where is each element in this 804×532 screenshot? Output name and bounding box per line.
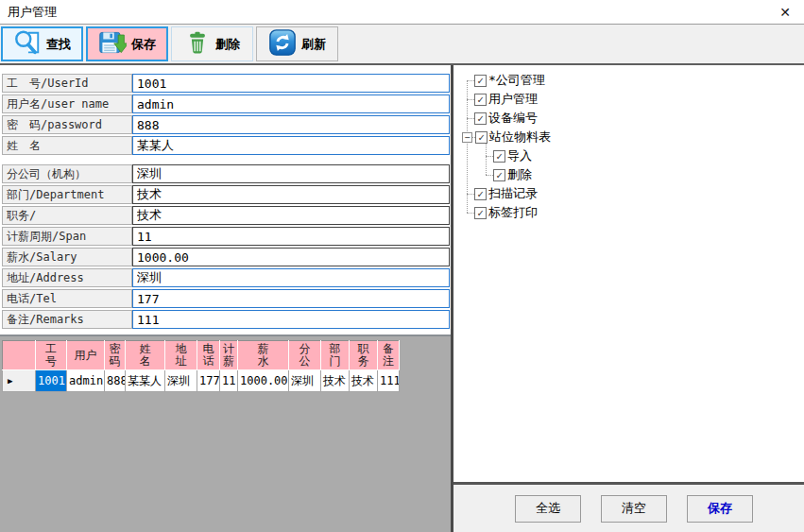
- row-selector-marker[interactable]: ▶: [3, 370, 36, 392]
- span-field[interactable]: [132, 227, 450, 246]
- tree-label-user-mgmt[interactable]: 用户管理: [488, 91, 538, 108]
- permission-tree: ✓ *公司管理 ✓ 用户管理 ✓ 设备编号 − ✓ 站位物料表: [453, 65, 804, 482]
- cell-password[interactable]: 888: [105, 370, 126, 392]
- footer-button-bar: 全选 清空 保存: [453, 482, 804, 532]
- right-panel: ✓ *公司管理 ✓ 用户管理 ✓ 设备编号 − ✓ 站位物料表: [453, 65, 804, 532]
- form-row-address: 地址/Address: [2, 268, 450, 287]
- data-grid-background: 工 号 用户 密 码 姓 名 地 址 电 话 计 薪 薪 水 分 公 部 门 职…: [0, 336, 451, 532]
- col-header-user[interactable]: 用户: [67, 341, 105, 370]
- address-field[interactable]: [132, 268, 450, 287]
- user-form: 工 号/UserId 用户名/user name 密 码/password 姓 …: [0, 65, 451, 336]
- tree-label-company-mgmt[interactable]: *公司管理: [488, 72, 545, 89]
- checkbox-company-mgmt[interactable]: ✓: [474, 75, 487, 87]
- col-header-address[interactable]: 地 址: [165, 341, 197, 370]
- checkbox-scan-record[interactable]: ✓: [474, 188, 487, 200]
- col-header-tel[interactable]: 电 话: [197, 341, 220, 370]
- checkbox-device-id[interactable]: ✓: [474, 112, 487, 125]
- salary-field[interactable]: [132, 248, 450, 266]
- cell-span[interactable]: 11: [220, 370, 238, 392]
- tree-item-delete: ✓ 删除: [459, 165, 804, 184]
- tree-label-device-id[interactable]: 设备编号: [488, 110, 538, 127]
- userid-field[interactable]: [132, 74, 450, 93]
- password-label: 密 码/password: [2, 115, 132, 134]
- main-area: 工 号/UserId 用户名/user name 密 码/password 姓 …: [0, 65, 804, 532]
- checkbox-label-print[interactable]: ✓: [474, 207, 487, 219]
- cell-department[interactable]: 技术: [321, 370, 350, 392]
- cell-branch[interactable]: 深圳: [289, 370, 321, 392]
- address-label: 地址/Address: [2, 268, 132, 287]
- col-header-department[interactable]: 部 门: [321, 341, 350, 370]
- position-field[interactable]: [132, 206, 450, 225]
- clear-button[interactable]: 清空: [601, 495, 667, 523]
- username-field[interactable]: [132, 94, 450, 113]
- form-row-tel: 电话/Tel: [2, 289, 450, 308]
- tree-label-delete[interactable]: 删除: [506, 166, 532, 183]
- password-field[interactable]: [132, 115, 450, 134]
- remarks-field[interactable]: [132, 310, 450, 329]
- form-row-password: 密 码/password: [2, 115, 450, 134]
- title-bar: 用户管理 ✕: [0, 0, 804, 24]
- tree-item-device-id: ✓ 设备编号: [459, 109, 804, 128]
- delete-button-label: 删除: [215, 36, 240, 53]
- tree-item-station-material: − ✓ 站位物料表: [459, 128, 804, 146]
- refresh-icon: [268, 28, 297, 60]
- checkbox-user-mgmt[interactable]: ✓: [474, 94, 487, 106]
- tree-label-station-material[interactable]: 站位物料表: [488, 129, 551, 146]
- checkbox-delete[interactable]: ✓: [493, 169, 505, 181]
- department-field[interactable]: [132, 185, 450, 204]
- col-header-branch[interactable]: 分 公: [289, 341, 321, 370]
- col-header-userid[interactable]: 工 号: [36, 341, 67, 370]
- cell-remarks[interactable]: 111: [378, 370, 400, 392]
- name-field[interactable]: [132, 136, 450, 155]
- cell-user[interactable]: admin: [67, 370, 105, 392]
- tree-item-user-mgmt: ✓ 用户管理: [459, 90, 804, 109]
- form-row-salary: 薪水/Salary: [2, 248, 450, 266]
- tree-label-label-print[interactable]: 标签打印: [488, 204, 538, 221]
- tree-label-import[interactable]: 导入: [506, 147, 532, 164]
- delete-button[interactable]: 删除: [171, 26, 253, 61]
- cell-name[interactable]: 某某人: [126, 370, 165, 392]
- cell-tel[interactable]: 177: [197, 370, 220, 392]
- save-toolbar-button[interactable]: 保存: [86, 26, 168, 61]
- find-button-label: 查找: [46, 36, 71, 53]
- cell-salary[interactable]: 1000.00: [238, 370, 289, 392]
- name-label: 姓 名: [2, 136, 132, 155]
- branch-field[interactable]: [132, 164, 450, 183]
- col-header-salary[interactable]: 薪 水: [238, 341, 289, 370]
- tree-label-scan-record[interactable]: 扫描记录: [488, 185, 538, 202]
- search-icon: [13, 28, 42, 60]
- collapse-minus-icon[interactable]: −: [462, 132, 472, 143]
- form-row-username: 用户名/user name: [2, 94, 450, 113]
- username-label: 用户名/user name: [2, 94, 132, 113]
- form-row-department: 部门/Department: [2, 185, 450, 204]
- tel-label: 电话/Tel: [2, 289, 132, 308]
- user-table: 工 号 用户 密 码 姓 名 地 址 电 话 计 薪 薪 水 分 公 部 门 职…: [2, 340, 400, 392]
- col-header-remarks[interactable]: 备 注: [378, 341, 400, 370]
- save-icon: [98, 28, 127, 60]
- position-label: 职务/: [2, 206, 132, 225]
- find-button[interactable]: 查找: [1, 26, 83, 61]
- col-header-password[interactable]: 密 码: [105, 341, 126, 370]
- col-header-name[interactable]: 姓 名: [126, 341, 165, 370]
- checkbox-station-material[interactable]: ✓: [475, 131, 488, 144]
- refresh-button[interactable]: 刷新: [256, 26, 338, 61]
- form-row-userid: 工 号/UserId: [2, 74, 450, 93]
- select-all-button[interactable]: 全选: [515, 495, 581, 523]
- col-header-selector[interactable]: [3, 341, 36, 370]
- cell-address[interactable]: 深圳: [165, 370, 197, 392]
- col-header-position[interactable]: 职 务: [350, 341, 378, 370]
- cell-userid[interactable]: 1001: [36, 370, 67, 392]
- form-row-branch: 分公司（机构）: [2, 164, 450, 183]
- col-header-span[interactable]: 计 薪: [220, 341, 238, 370]
- tel-field[interactable]: [132, 289, 450, 308]
- toolbar: 查找 保存: [0, 24, 804, 65]
- trash-icon: [184, 29, 211, 59]
- save-permissions-button[interactable]: 保存: [687, 495, 753, 523]
- tree-item-import: ✓ 导入: [459, 146, 804, 165]
- department-label: 部门/Department: [2, 185, 132, 204]
- close-icon[interactable]: ✕: [776, 4, 795, 21]
- cell-position[interactable]: 技术: [350, 370, 378, 392]
- remarks-label: 备注/Remarks: [2, 310, 132, 329]
- span-label: 计薪周期/Span: [2, 227, 132, 246]
- checkbox-import[interactable]: ✓: [493, 150, 505, 163]
